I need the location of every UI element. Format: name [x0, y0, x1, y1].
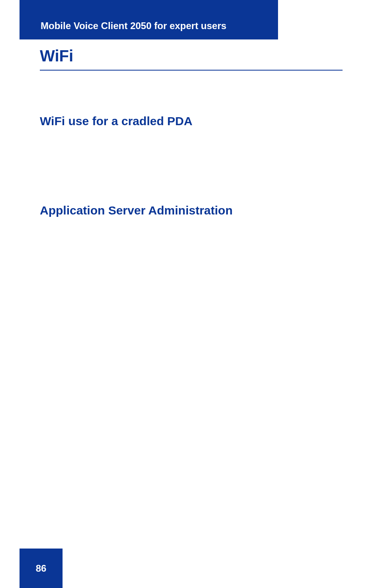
sub-heading-app-server: Application Server Administration — [40, 204, 343, 217]
sub-heading-wifi-cradled: WiFi use for a cradled PDA — [40, 114, 343, 128]
page-number: 86 — [36, 563, 47, 574]
header-title: Mobile Voice Client 2050 for expert user… — [41, 20, 226, 31]
page-number-box: 86 — [20, 549, 63, 588]
page-content: WiFi WiFi use for a cradled PDA Applicat… — [40, 47, 343, 217]
main-heading: WiFi — [40, 47, 343, 71]
header-banner: Mobile Voice Client 2050 for expert user… — [20, 0, 278, 39]
